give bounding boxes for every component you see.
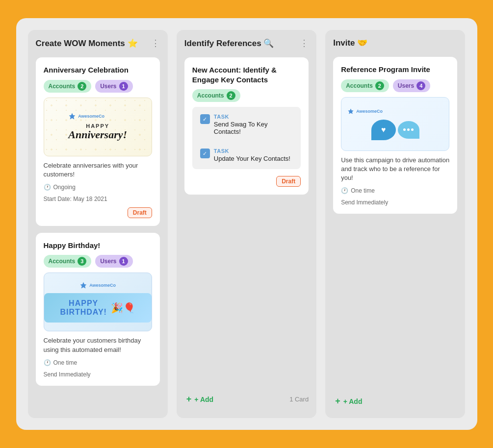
column-title-3: Invite 🤝: [333, 38, 367, 48]
tasks-area: ✓ Task Send Swag To Key Contacts! ✓ Task: [192, 107, 301, 169]
card-meta-birthday-type: One time: [53, 359, 78, 366]
awesomeco-logo-reference: AwesomeCo: [341, 108, 449, 115]
anniversary-content: AwesomeCo HAPPY Anniversary!: [63, 107, 132, 146]
card-description-birthday: Celebrate your customers birthday using …: [44, 336, 152, 354]
card-anniversary[interactable]: Anniversary Celebration Accounts 2 Users…: [36, 57, 160, 226]
cards-list-2: New Account: Identify & Engage Key Conta…: [184, 57, 309, 379]
badge-accounts-label-birthday: Accounts: [49, 258, 76, 265]
awesomeco-logo-anniversary: AwesomeCo: [68, 112, 127, 120]
badge-accounts-anniversary: Accounts 2: [44, 80, 92, 93]
card-meta-reference-type: One time: [351, 187, 375, 194]
column-invite: Invite 🤝 Reference Program Invite Accoun…: [325, 30, 465, 418]
draft-badge-anniversary: Draft: [128, 207, 152, 218]
task-check-icon-2: ✓: [203, 150, 207, 157]
column-menu-icon-2[interactable]: ⋮: [300, 38, 309, 49]
badge-row-anniversary: Accounts 2 Users 1: [44, 80, 152, 93]
add-button-col2[interactable]: + + Add: [184, 390, 215, 408]
column-title-2: Identify References 🔍: [184, 38, 274, 49]
clock-icon-reference: 🕐: [341, 187, 348, 194]
svg-marker-2: [348, 108, 354, 114]
column-footer-2: + + Add 1 Card: [184, 388, 309, 410]
badge-accounts-birthday: Accounts 3: [44, 255, 92, 268]
task-title-2: Update Your Key Contacts!: [214, 155, 293, 162]
awesomeco-text: AwesomeCo: [78, 114, 104, 119]
awesomeco-logo-birthday: AwesomeCo: [44, 281, 152, 289]
dot-2: [407, 128, 410, 131]
card-birthday[interactable]: Happy Birthday! Accounts 3 Users 1: [36, 233, 160, 386]
card-meta-anniversary-1: 🕐 Ongoing: [44, 184, 152, 191]
card-image-anniversary: AwesomeCo HAPPY Anniversary!: [44, 98, 152, 156]
badge-users-label-ref: Users: [398, 82, 414, 89]
column-menu-icon-1[interactable]: ⋮: [151, 38, 160, 49]
add-label-col3: + Add: [343, 398, 363, 405]
awesomeco-star-icon-birthday: [79, 281, 87, 289]
add-label-col2: + Add: [194, 396, 213, 403]
awesomeco-text-ref: AwesomeCo: [356, 109, 383, 114]
task-item-1[interactable]: ✓ Task Send Swag To Key Contacts!: [194, 109, 299, 140]
speech-bubble-heart: ♥: [371, 120, 396, 140]
speech-bubbles: ♥: [341, 120, 449, 140]
badge-count-accounts-anniversary: 2: [78, 82, 86, 91]
card-description-anniversary: Celebrate anniversaries with your custom…: [44, 161, 152, 179]
awesomeco-star-icon-ref: [347, 108, 354, 115]
badge-users-label-birthday: Users: [100, 258, 116, 265]
task-check-icon-1: ✓: [203, 116, 207, 123]
badge-row-reference-invite: Accounts 2 Users 4: [341, 79, 449, 92]
clock-icon-birthday: 🕐: [44, 359, 51, 366]
column-identify-references: Identify References 🔍 ⋮ New Account: Ide…: [177, 30, 316, 418]
card-title-new-account: New Account: Identify & Engage Key Conta…: [192, 65, 301, 84]
card-meta-anniversary-2: Start Date: May 18 2021: [44, 196, 152, 202]
badge-users-birthday: Users 1: [95, 255, 132, 268]
card-title-reference-invite: Reference Program Invite: [341, 65, 449, 75]
card-meta-reference-2: Send Immediately: [341, 199, 449, 206]
task-checkbox-1: ✓: [200, 114, 210, 124]
task-title-1: Send Swag To Key Contacts!: [214, 121, 293, 135]
card-description-reference: Use this campaign to drive automation an…: [341, 156, 449, 183]
task-content-2: Task Update Your Key Contacts!: [214, 148, 293, 162]
badge-accounts-new-account: Accounts 2: [192, 89, 240, 102]
column-header-2: Identify References 🔍 ⋮: [184, 38, 309, 49]
card-meta-reference-send: Send Immediately: [341, 199, 388, 206]
column-title-1: Create WOW Moments ⭐: [36, 38, 138, 49]
card-image-reference: AwesomeCo ♥: [341, 97, 449, 151]
card-meta-ongoing: Ongoing: [53, 184, 76, 191]
badge-count-accounts-new-account: 2: [227, 91, 235, 100]
heart-icon: ♥: [381, 125, 386, 134]
add-plus-icon-col2: +: [186, 394, 192, 404]
badge-count-users-ref: 4: [416, 81, 425, 90]
task-label-2: Task: [214, 148, 293, 154]
task-item-2[interactable]: ✓ Task Update Your Key Contacts!: [194, 143, 299, 167]
anniversary-script: Anniversary!: [68, 129, 127, 141]
add-button-col3[interactable]: + + Add: [333, 392, 457, 410]
svg-marker-0: [69, 113, 76, 120]
badge-users-anniversary: Users 1: [95, 80, 132, 93]
card-count-col2: 1 Card: [289, 396, 309, 403]
badge-accounts-label: Accounts: [49, 83, 76, 90]
badge-count-users-birthday: 1: [119, 257, 128, 266]
task-label-1: Task: [214, 114, 293, 120]
board-container: Create WOW Moments ⭐ ⋮ Anniversary Celeb…: [16, 18, 477, 430]
badge-accounts-label-new-account: Accounts: [197, 92, 224, 99]
svg-marker-1: [80, 282, 87, 289]
badge-count-users-anniversary: 1: [119, 82, 128, 91]
column-header-1: Create WOW Moments ⭐ ⋮: [36, 38, 160, 49]
card-new-account[interactable]: New Account: Identify & Engage Key Conta…: [184, 57, 309, 195]
badge-row-birthday: Accounts 3 Users 1: [44, 255, 152, 268]
card-reference-invite[interactable]: Reference Program Invite Accounts 2 User…: [333, 57, 457, 214]
draft-badge-new-account: Draft: [276, 176, 301, 187]
card-title-birthday: Happy Birthday!: [44, 241, 152, 250]
badge-count-accounts-birthday: 3: [78, 257, 86, 266]
card-footer-new-account: Draft: [192, 176, 301, 187]
card-meta-birthday-2: Send Immediately: [44, 371, 152, 378]
badge-accounts-reference-invite: Accounts 2: [341, 79, 389, 92]
badge-row-new-account: Accounts 2: [192, 89, 301, 102]
column-wow-moments: Create WOW Moments ⭐ ⋮ Anniversary Celeb…: [28, 30, 168, 418]
task-checkbox-2: ✓: [200, 149, 210, 158]
badge-users-label: Users: [100, 83, 116, 90]
card-title-anniversary: Anniversary Celebration: [44, 65, 152, 75]
card-image-birthday: AwesomeCo HAPPYBIRTHDAY! 🎉🎈: [44, 273, 152, 331]
column-header-3: Invite 🤝: [333, 38, 457, 48]
happy-birthday-text: HAPPYBIRTHDAY!: [60, 299, 107, 317]
awesomeco-text-birthday: AwesomeCo: [89, 283, 116, 288]
speech-bubble-dots: [398, 121, 419, 139]
